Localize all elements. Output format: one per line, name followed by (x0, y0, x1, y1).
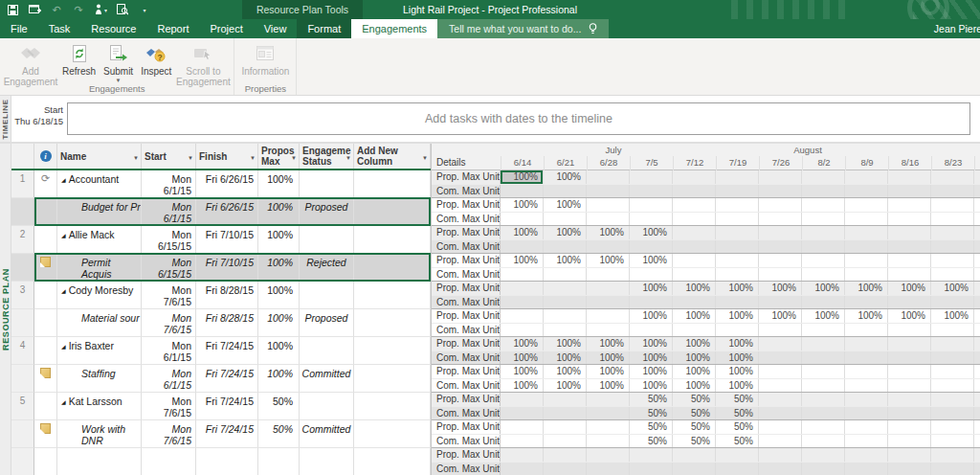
timephased-cell[interactable] (759, 420, 802, 434)
indicator-cell[interactable] (34, 226, 57, 254)
timephased-cell[interactable] (587, 420, 630, 434)
timephased-cell[interactable] (974, 282, 980, 295)
timephased-cell[interactable]: 100% (544, 351, 587, 365)
timephased-cell[interactable] (888, 337, 931, 351)
timephased-cell[interactable] (974, 296, 980, 309)
finish-cell[interactable]: Fri 7/24/15 (196, 420, 258, 448)
start-cell[interactable]: Mon 6/1/15 (142, 170, 196, 198)
timephased-cell[interactable] (931, 448, 974, 462)
tell-me-box[interactable]: Tell me what you want to do... (437, 19, 609, 38)
max-units-cell[interactable]: 100% (258, 309, 300, 337)
status-cell[interactable]: Committed (300, 420, 354, 448)
max-units-cell[interactable]: 100% (258, 282, 300, 309)
timephased-cell[interactable] (587, 448, 630, 462)
max-units-cell[interactable]: 100% (258, 226, 300, 254)
engagement-status-column-header[interactable]: Engageme Status▼ (300, 144, 354, 169)
timephased-cell[interactable] (845, 365, 888, 378)
row-number-cell[interactable]: 2 (11, 226, 34, 254)
filter-dropdown-icon[interactable]: ▼ (250, 153, 256, 164)
expand-triangle-icon[interactable]: ◢ (61, 177, 66, 183)
timephased-cell[interactable] (716, 226, 759, 239)
timephased-cell[interactable] (888, 296, 931, 309)
status-cell[interactable]: Proposed (300, 309, 354, 337)
name-cell[interactable]: Permit Acquis (57, 254, 142, 282)
timephased-cell[interactable] (759, 240, 802, 254)
timephased-cell[interactable]: 100% (587, 351, 630, 365)
timephased-cell[interactable] (802, 393, 845, 406)
timephased-cell[interactable]: 100% (544, 170, 587, 184)
timephased-cell[interactable]: 100% (673, 337, 716, 351)
timephased-cell[interactable] (931, 185, 974, 198)
timephased-cell[interactable] (802, 448, 845, 462)
max-units-cell[interactable]: 100% (258, 198, 300, 226)
timephased-cell[interactable] (888, 268, 931, 282)
timephased-cell[interactable] (888, 407, 931, 420)
timephased-cell[interactable] (802, 463, 845, 475)
filter-dropdown-icon[interactable]: ▼ (345, 153, 351, 164)
name-cell[interactable]: ◢Cody Moresby (57, 282, 142, 309)
timephased-cell[interactable] (673, 448, 716, 462)
timephased-cell[interactable] (759, 448, 802, 462)
timephased-cell[interactable] (931, 198, 974, 212)
timephased-cell[interactable]: 100% (544, 198, 587, 212)
max-units-cell[interactable]: 100% (258, 365, 300, 393)
submit-button[interactable]: Submit▼ (100, 40, 136, 86)
timephased-cell[interactable] (501, 463, 544, 475)
indicator-cell[interactable] (34, 448, 57, 475)
timephased-cell[interactable]: 100% (888, 309, 931, 323)
add-new-cell[interactable] (354, 170, 431, 198)
start-cell[interactable]: Mon 6/15/15 (142, 226, 196, 254)
timephased-cell[interactable] (845, 296, 888, 309)
timephased-cell[interactable]: 100% (587, 226, 630, 239)
filter-dropdown-icon[interactable]: ▼ (291, 153, 297, 164)
indicator-cell[interactable] (34, 393, 57, 420)
row-number-cell[interactable] (11, 198, 34, 226)
timephased-cell[interactable] (974, 463, 980, 475)
timephased-cell[interactable]: 100% (544, 254, 587, 267)
timephased-cell[interactable] (716, 463, 759, 475)
timephased-cell[interactable] (845, 198, 888, 212)
timephased-cell[interactable] (802, 324, 845, 337)
timephased-cell[interactable] (630, 463, 673, 475)
row-number-cell[interactable]: 1 (11, 170, 34, 198)
row-number-cell[interactable]: 4 (11, 337, 34, 365)
timephased-cell[interactable] (501, 309, 544, 323)
timephased-cell[interactable]: 100% (630, 309, 673, 323)
timephased-cell[interactable]: 100% (673, 365, 716, 378)
timephased-cell[interactable] (587, 213, 630, 226)
timephased-cell[interactable] (845, 268, 888, 282)
row-number-cell[interactable] (11, 365, 34, 393)
timephased-cell[interactable]: 100% (630, 226, 673, 239)
timephased-cell[interactable]: 100% (630, 379, 673, 393)
name-column-header[interactable]: Name▼ (57, 144, 142, 169)
name-cell[interactable]: Material sour (57, 309, 142, 337)
timephased-cell[interactable]: 100% (630, 254, 673, 267)
start-cell[interactable]: Mon 7/6/15 (142, 393, 196, 420)
timephased-cell[interactable] (974, 268, 980, 282)
timephased-cell[interactable] (716, 254, 759, 267)
timephased-cell[interactable] (845, 463, 888, 475)
timephased-cell[interactable] (544, 282, 587, 295)
name-cell[interactable]: ◢Allie Mack (57, 226, 142, 254)
timephased-cell[interactable] (544, 463, 587, 475)
max-units-column-header[interactable]: Propos Max▼ (258, 144, 300, 169)
indicator-cell[interactable] (34, 198, 57, 226)
status-cell[interactable] (300, 282, 354, 309)
timephased-cell[interactable]: 100% (931, 309, 974, 323)
start-cell[interactable]: Mon 6/15/15 (142, 254, 196, 282)
timephased-cell[interactable] (931, 365, 974, 378)
timephased-cell[interactable]: 100% (501, 226, 544, 239)
indicator-cell[interactable] (34, 282, 57, 309)
timephased-cell[interactable] (630, 170, 673, 184)
timephased-cell[interactable] (673, 254, 716, 267)
indicator-cell[interactable]: ⟳ (34, 170, 57, 198)
add-new-cell[interactable] (354, 420, 431, 448)
timephased-cell[interactable] (974, 393, 980, 406)
timephased-cell[interactable] (931, 240, 974, 254)
timephased-cell[interactable] (501, 185, 544, 198)
touch-mode-dropdown-icon[interactable]: ▾ (104, 7, 107, 13)
row-number-cell[interactable]: 5 (11, 393, 34, 420)
start-cell[interactable]: Mon 7/6/15 (142, 420, 196, 448)
timephased-cell[interactable]: 100% (501, 351, 544, 365)
timephased-cell[interactable]: 100% (716, 351, 759, 365)
